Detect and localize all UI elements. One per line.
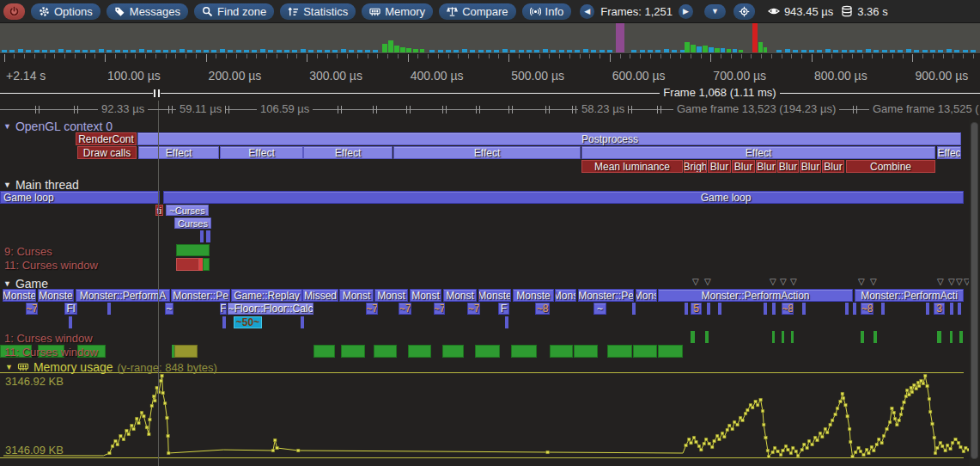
frame-bar[interactable] [171,50,176,52]
zone[interactable]: Mons [555,289,576,302]
frame-bar[interactable] [394,46,399,52]
frame-bar[interactable] [341,49,346,52]
zone[interactable] [137,132,961,145]
frame-bar[interactable] [849,50,855,52]
frame-bar[interactable] [898,50,903,52]
frame-bar[interactable] [420,49,424,52]
zone[interactable] [408,345,431,358]
zone[interactable]: Effect [138,146,219,159]
zone[interactable] [442,345,464,358]
frame-bar[interactable] [825,49,831,52]
zone[interactable]: Game::Replay [231,289,302,302]
frame-bar[interactable] [510,50,515,52]
frame-bar[interactable] [906,49,911,52]
frame-bar[interactable] [672,50,677,52]
frame-bar[interactable] [721,48,725,52]
frame-bar[interactable] [793,50,798,52]
frame-bar[interactable] [833,50,838,52]
frame-bar[interactable] [785,49,790,52]
zone[interactable] [511,345,537,358]
frame-bar[interactable] [462,49,467,52]
zone[interactable]: 5 [691,303,702,315]
frame-bar[interactable] [2,50,7,52]
goto-frame-button[interactable] [733,3,755,20]
frame-bar[interactable] [180,49,185,52]
zone[interactable]: Blur [756,160,776,173]
zone[interactable] [950,331,953,343]
memory-graph[interactable] [0,363,980,466]
frame-bar[interactable] [90,50,95,52]
zone[interactable]: Monster::Pe [171,289,230,302]
section-header[interactable]: ▼OpenGL context 0 [3,120,113,133]
frame-bar[interactable] [648,50,653,52]
zone[interactable]: Monst [443,289,477,302]
scrollbar-thumb[interactable] [971,122,978,459]
frame-bar[interactable] [478,50,484,52]
zone[interactable]: Monste [3,289,36,302]
frame-bar[interactable] [890,50,895,52]
zone[interactable]: Draw calls [77,146,137,159]
zone[interactable] [685,303,688,315]
zone[interactable]: ~ [593,303,606,315]
zone[interactable]: ~Floor::Floor::Calc [228,303,313,315]
frame-bar[interactable] [388,40,393,52]
frame-bar[interactable] [66,50,71,52]
zone[interactable] [950,303,953,315]
frame-bar[interactable] [332,50,338,52]
zone[interactable]: ti [155,205,163,216]
frame-bar[interactable] [244,50,249,52]
frame-bar[interactable] [252,50,257,52]
zone[interactable] [658,345,683,358]
frame-bar[interactable] [82,50,88,52]
zone[interactable] [200,230,204,242]
frame-bar[interactable] [591,50,596,52]
next-frame-button[interactable]: ▶ [679,4,693,19]
frame-bar[interactable] [727,49,731,52]
zone[interactable]: Monst [410,289,441,302]
frame-bar[interactable] [703,46,708,52]
zone[interactable] [174,345,198,358]
frame-bar[interactable] [938,50,943,52]
frame-bar[interactable] [34,50,40,52]
frame-bar[interactable] [947,49,952,52]
zone[interactable]: Effec [937,146,961,159]
frame-bar[interactable] [75,50,80,52]
zone[interactable] [163,191,964,204]
message-marker-icon[interactable]: ▽ [770,277,776,286]
zone[interactable] [341,345,365,358]
zone[interactable] [705,331,709,343]
zone[interactable] [313,345,335,358]
frame-bar[interactable] [559,50,564,52]
zone[interactable] [633,345,657,358]
zone[interactable]: ~50~ [234,316,262,328]
zone[interactable] [206,230,210,242]
frame-bar[interactable] [325,50,330,52]
info-button[interactable]: Info [522,3,572,20]
zone[interactable]: Effect [220,146,303,159]
frame-bar[interactable] [446,50,451,52]
frame-bar[interactable] [486,50,491,52]
message-marker-icon[interactable]: ▽ [948,277,955,286]
frame-bar[interactable] [866,49,871,52]
frame-bar[interactable] [107,50,112,52]
zone[interactable] [632,303,636,315]
zone[interactable]: Game loop [0,191,160,204]
zone[interactable]: Monster::PerformA [76,289,170,302]
zone[interactable] [718,303,721,315]
zone[interactable]: ~7 [366,303,378,315]
frame-bar[interactable] [842,50,847,52]
zone[interactable]: 3 [934,303,945,315]
frame-bar[interactable] [413,49,418,52]
frame-bar[interactable] [382,44,387,52]
zone[interactable]: Blur [732,160,755,173]
frame-bar[interactable] [752,23,758,52]
frame-bar[interactable] [204,50,209,52]
frame-bar[interactable] [58,49,64,52]
frame-bar[interactable] [438,50,443,52]
zone[interactable] [959,331,963,343]
frame-bar[interactable] [123,50,128,52]
zone[interactable]: Monst [374,289,408,302]
zone[interactable]: Monste [478,289,511,302]
frame-bar[interactable] [494,50,499,52]
frame-bar[interactable] [301,49,306,52]
